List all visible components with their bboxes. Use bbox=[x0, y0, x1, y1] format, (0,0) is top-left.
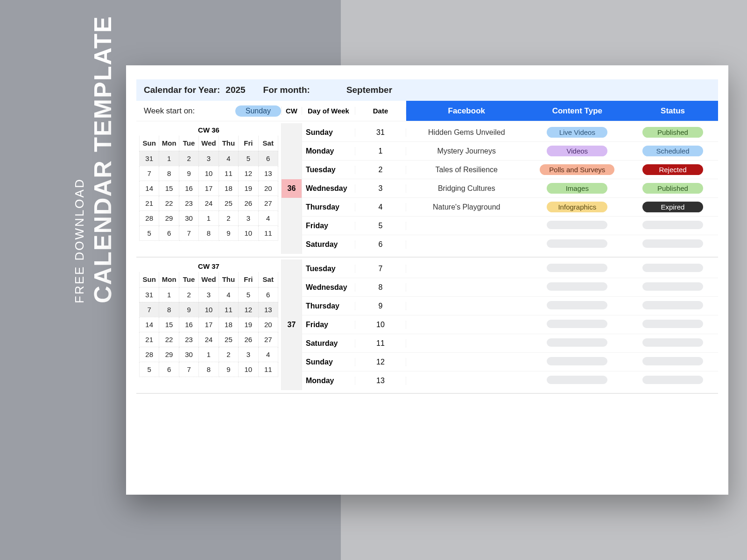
cell-status[interactable]: Expired bbox=[627, 202, 718, 212]
cell-status[interactable] bbox=[627, 264, 718, 274]
mini-cell[interactable]: 28 bbox=[140, 347, 159, 362]
mini-cell[interactable]: 17 bbox=[199, 317, 218, 332]
mini-cell[interactable]: 12 bbox=[239, 166, 258, 181]
cell-content-type[interactable]: Videos bbox=[527, 146, 627, 156]
mini-cell[interactable]: 4 bbox=[258, 347, 278, 362]
cell-status[interactable] bbox=[627, 301, 718, 311]
mini-cell[interactable]: 10 bbox=[199, 166, 218, 181]
mini-cell[interactable]: 3 bbox=[239, 210, 258, 225]
mini-cell[interactable]: 18 bbox=[218, 181, 238, 196]
mini-cell[interactable]: 30 bbox=[179, 210, 198, 225]
mini-cell[interactable]: 3 bbox=[199, 151, 218, 166]
mini-cell[interactable]: 10 bbox=[239, 362, 258, 377]
cell-content-type[interactable] bbox=[527, 338, 627, 349]
mini-cell[interactable]: 20 bbox=[258, 317, 278, 332]
mini-cell[interactable]: 5 bbox=[140, 225, 159, 240]
mini-cell[interactable]: 2 bbox=[218, 210, 238, 225]
cell-content-type[interactable]: Live Videos bbox=[527, 127, 627, 138]
mini-cell[interactable]: 13 bbox=[258, 166, 278, 181]
mini-cell[interactable]: 6 bbox=[258, 287, 278, 302]
cell-facebook[interactable]: Tales of Resilience bbox=[406, 166, 527, 174]
mini-cell[interactable]: 9 bbox=[218, 225, 238, 240]
cell-facebook[interactable]: Hidden Gems Unveiled bbox=[406, 128, 527, 137]
mini-cell[interactable]: 9 bbox=[179, 166, 198, 181]
cell-content-type[interactable] bbox=[527, 357, 627, 367]
cell-status[interactable]: Published bbox=[627, 127, 718, 138]
mini-cell[interactable]: 25 bbox=[218, 332, 238, 347]
mini-cell[interactable]: 9 bbox=[218, 362, 238, 377]
mini-cell[interactable]: 28 bbox=[140, 210, 159, 225]
mini-cell[interactable]: 26 bbox=[239, 332, 258, 347]
cell-status[interactable] bbox=[627, 282, 718, 293]
mini-cell[interactable]: 11 bbox=[258, 362, 278, 377]
cell-status[interactable] bbox=[627, 376, 718, 386]
mini-cell[interactable]: 4 bbox=[218, 287, 238, 302]
cell-status[interactable] bbox=[627, 338, 718, 349]
cell-status[interactable]: Published bbox=[627, 183, 718, 194]
cell-facebook[interactable]: Bridging Cultures bbox=[406, 184, 527, 193]
mini-cell[interactable]: 21 bbox=[140, 196, 159, 210]
mini-cell[interactable]: 6 bbox=[159, 362, 179, 377]
weekstart-pill[interactable]: Sunday bbox=[235, 105, 281, 117]
cell-status[interactable] bbox=[627, 357, 718, 367]
mini-cell[interactable]: 30 bbox=[179, 347, 198, 362]
mini-cell[interactable]: 11 bbox=[218, 166, 238, 181]
mini-cell[interactable]: 26 bbox=[239, 196, 258, 210]
mini-cell[interactable]: 24 bbox=[199, 196, 218, 210]
mini-cell[interactable]: 4 bbox=[218, 151, 238, 166]
mini-cell[interactable]: 24 bbox=[199, 332, 218, 347]
mini-cell[interactable]: 25 bbox=[218, 196, 238, 210]
mini-cell[interactable]: 9 bbox=[179, 302, 198, 317]
cell-content-type[interactable]: Polls and Surveys bbox=[527, 164, 627, 175]
cell-status[interactable] bbox=[627, 239, 718, 250]
mini-cell[interactable]: 6 bbox=[258, 151, 278, 166]
mini-cell[interactable]: 15 bbox=[159, 317, 179, 332]
cell-content-type[interactable] bbox=[527, 239, 627, 250]
mini-cell[interactable]: 2 bbox=[218, 347, 238, 362]
mini-cell[interactable]: 31 bbox=[140, 287, 159, 302]
cell-content-type[interactable] bbox=[527, 282, 627, 293]
mini-cell[interactable]: 5 bbox=[140, 362, 159, 377]
cell-content-type[interactable] bbox=[527, 264, 627, 274]
mini-cell[interactable]: 1 bbox=[199, 347, 218, 362]
cell-facebook[interactable]: Nature's Playground bbox=[406, 203, 527, 211]
mini-cell[interactable]: 8 bbox=[199, 225, 218, 240]
mini-cell[interactable]: 22 bbox=[159, 332, 179, 347]
mini-cell[interactable]: 27 bbox=[258, 332, 278, 347]
mini-cell[interactable]: 1 bbox=[159, 151, 179, 166]
mini-cell[interactable]: 3 bbox=[239, 347, 258, 362]
mini-cell[interactable]: 31 bbox=[140, 151, 159, 166]
mini-cell[interactable]: 8 bbox=[159, 302, 179, 317]
mini-cell[interactable]: 7 bbox=[179, 225, 198, 240]
cell-content-type[interactable] bbox=[527, 376, 627, 386]
cell-status[interactable]: Rejected bbox=[627, 164, 718, 175]
mini-cell[interactable]: 27 bbox=[258, 196, 278, 210]
mini-cell[interactable]: 5 bbox=[239, 287, 258, 302]
mini-cell[interactable]: 7 bbox=[140, 302, 159, 317]
mini-cell[interactable]: 23 bbox=[179, 196, 198, 210]
cell-content-type[interactable]: Images bbox=[527, 183, 627, 194]
mini-cell[interactable]: 7 bbox=[140, 166, 159, 181]
cell-facebook[interactable]: Mystery Journeys bbox=[406, 147, 527, 155]
mini-cell[interactable]: 13 bbox=[258, 302, 278, 317]
mini-cell[interactable]: 5 bbox=[239, 151, 258, 166]
mini-cell[interactable]: 17 bbox=[199, 181, 218, 196]
mini-cell[interactable]: 1 bbox=[159, 287, 179, 302]
cell-content-type[interactable] bbox=[527, 320, 627, 330]
mini-cell[interactable]: 16 bbox=[179, 317, 198, 332]
cell-content-type[interactable] bbox=[527, 301, 627, 311]
mini-cell[interactable]: 6 bbox=[159, 225, 179, 240]
mini-cell[interactable]: 11 bbox=[218, 302, 238, 317]
mini-cell[interactable]: 19 bbox=[239, 317, 258, 332]
mini-cell[interactable]: 4 bbox=[258, 210, 278, 225]
mini-cell[interactable]: 16 bbox=[179, 181, 198, 196]
mini-cell[interactable]: 21 bbox=[140, 332, 159, 347]
mini-cell[interactable]: 15 bbox=[159, 181, 179, 196]
mini-cell[interactable]: 11 bbox=[258, 225, 278, 240]
mini-cell[interactable]: 23 bbox=[179, 332, 198, 347]
mini-cell[interactable]: 7 bbox=[179, 362, 198, 377]
mini-cell[interactable]: 14 bbox=[140, 181, 159, 196]
mini-cell[interactable]: 8 bbox=[159, 166, 179, 181]
cell-status[interactable] bbox=[627, 320, 718, 330]
mini-cell[interactable]: 22 bbox=[159, 196, 179, 210]
